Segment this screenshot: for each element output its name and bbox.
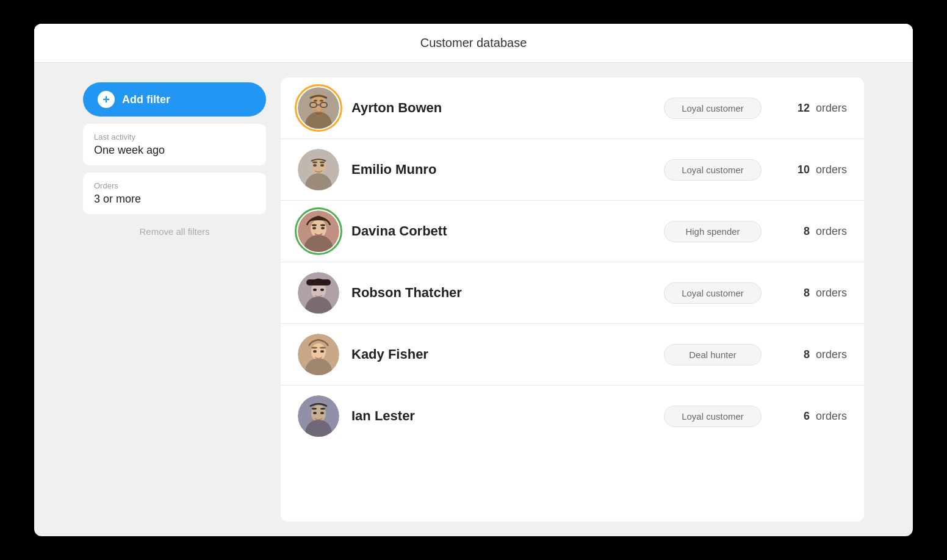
customer-order-count: 10 orders (774, 163, 847, 176)
customer-row[interactable]: Emilio Munro Loyal customer 10 orders (281, 139, 864, 201)
svg-point-14 (320, 164, 324, 167)
customer-tag: Deal hunter (664, 344, 762, 365)
add-filter-button[interactable]: + Add filter (83, 82, 266, 117)
customer-name: Ian Lester (351, 408, 652, 424)
header: Customer database (34, 24, 913, 63)
customer-name: Emilio Munro (351, 162, 652, 178)
svg-point-41 (320, 412, 324, 414)
svg-point-13 (313, 164, 317, 167)
app-window: Customer database + Add filter Last acti… (34, 24, 913, 536)
customer-order-count: 8 orders (774, 348, 847, 361)
customer-name: Ayrton Bowen (351, 100, 652, 116)
svg-point-15 (312, 162, 317, 163)
customer-row[interactable]: Kady Fisher Deal hunter 8 orders (281, 324, 864, 386)
customer-avatar (298, 210, 339, 252)
remove-all-filters-button[interactable]: Remove all filters (83, 226, 266, 237)
filter-value-last-activity: One week ago (94, 144, 255, 157)
customer-name: Kady Fisher (351, 346, 652, 362)
customer-name: Davina Corbett (351, 223, 652, 239)
svg-point-36 (320, 347, 326, 349)
customer-order-count: 8 orders (774, 287, 847, 300)
customer-avatar (298, 272, 339, 314)
svg-point-7 (320, 109, 325, 112)
customer-tag: High spender (664, 221, 762, 242)
customer-avatar (298, 395, 339, 437)
svg-rect-29 (306, 279, 331, 285)
customer-avatar (298, 149, 339, 190)
svg-point-16 (320, 162, 325, 163)
customer-list: Ayrton Bowen Loyal customer 12 orders Em… (281, 77, 864, 522)
filter-value-orders: 3 or more (94, 193, 255, 206)
svg-point-28 (320, 289, 324, 291)
svg-point-42 (312, 408, 317, 410)
svg-point-34 (320, 350, 324, 353)
customer-tag: Loyal customer (664, 98, 762, 119)
svg-point-27 (313, 289, 317, 291)
filter-label-orders: Orders (94, 181, 255, 190)
page-title: Customer database (420, 36, 527, 50)
filter-label-last-activity: Last activity (94, 132, 255, 142)
customer-order-count: 8 orders (774, 225, 847, 238)
customer-row[interactable]: Ian Lester Loyal customer 6 orders (281, 386, 864, 447)
add-filter-label: Add filter (122, 93, 170, 106)
customer-avatar (298, 334, 339, 375)
svg-point-9 (320, 100, 323, 102)
filter-card-last-activity: Last activity One week ago (83, 124, 266, 165)
filter-card-orders: Orders 3 or more (83, 173, 266, 214)
customer-row[interactable]: Ayrton Bowen Loyal customer 12 orders (281, 77, 864, 139)
customer-name: Robson Thatcher (351, 285, 652, 301)
customer-tag: Loyal customer (664, 282, 762, 304)
customer-tag: Loyal customer (664, 159, 762, 181)
svg-point-23 (320, 224, 325, 226)
customer-order-count: 12 orders (774, 102, 847, 115)
sidebar: + Add filter Last activity One week ago … (83, 77, 266, 522)
add-filter-icon: + (98, 91, 115, 108)
svg-point-35 (311, 347, 317, 349)
customer-row[interactable]: Davina Corbett High spender 8 orders (281, 201, 864, 262)
svg-point-22 (312, 224, 317, 226)
customer-row[interactable]: Robson Thatcher Loyal customer 8 orders (281, 262, 864, 324)
svg-point-8 (314, 100, 317, 102)
svg-point-33 (313, 350, 317, 353)
customer-order-count: 6 orders (774, 410, 847, 423)
svg-point-40 (313, 412, 317, 414)
customer-tag: Loyal customer (664, 406, 762, 427)
main-content: + Add filter Last activity One week ago … (34, 63, 913, 536)
svg-point-20 (312, 227, 316, 229)
customer-avatar (298, 87, 339, 129)
svg-point-21 (321, 227, 325, 229)
svg-point-43 (320, 408, 325, 410)
svg-point-6 (312, 109, 317, 112)
